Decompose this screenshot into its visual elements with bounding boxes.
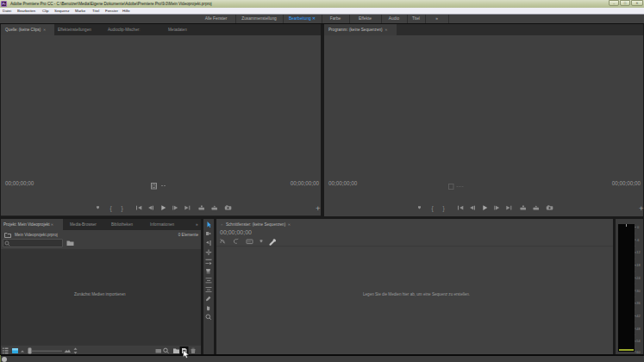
svg-text:-6: -6 [636,238,640,242]
svg-text:0: 0 [637,225,640,229]
